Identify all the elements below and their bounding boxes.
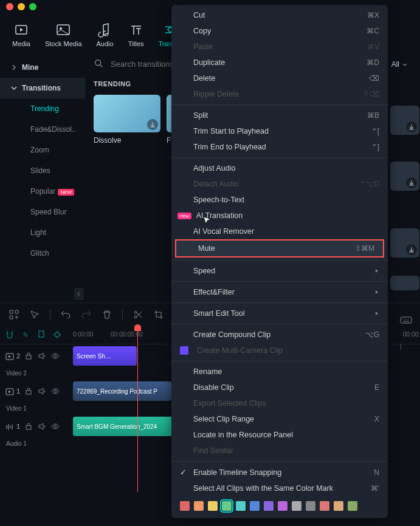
tab-audio[interactable]: Audio <box>97 22 114 47</box>
color-swatch[interactable] <box>278 501 287 511</box>
color-swatch[interactable] <box>320 501 329 511</box>
lock-icon[interactable] <box>24 386 33 396</box>
menu-rename[interactable]: Rename <box>171 364 388 380</box>
menu-speed[interactable]: Speed <box>171 263 388 279</box>
menu-mute[interactable]: Mute⇧⌘M <box>176 241 383 256</box>
tab-media[interactable]: Media <box>12 22 30 47</box>
color-swatch[interactable] <box>194 501 204 511</box>
download-icon[interactable] <box>406 121 417 132</box>
lock-icon[interactable] <box>24 422 33 431</box>
color-swatch[interactable] <box>250 501 260 511</box>
marker-icon[interactable] <box>36 330 46 340</box>
sidebar-transitions[interactable]: Transitions <box>0 78 85 98</box>
media-icon <box>13 22 29 38</box>
svg-rect-1 <box>57 25 69 35</box>
sidebar-item-trending[interactable]: Trending <box>0 98 85 119</box>
color-swatch[interactable] <box>348 501 357 511</box>
menu-label: Locate in the Resource Panel <box>193 431 293 439</box>
tab-stock-media[interactable]: Stock Media <box>45 22 82 47</box>
menu-label: Split <box>193 111 208 120</box>
chevron-down-icon <box>402 61 408 67</box>
minimize-dot[interactable] <box>18 3 25 10</box>
color-swatch[interactable] <box>236 501 246 511</box>
delete-icon[interactable] <box>102 309 112 320</box>
shortcut: N <box>374 468 379 477</box>
search-icon[interactable] <box>94 58 105 69</box>
maximize-dot[interactable] <box>29 3 36 10</box>
mute-icon[interactable] <box>37 351 47 361</box>
add-icon[interactable] <box>9 309 19 320</box>
magnet-icon[interactable] <box>5 330 15 340</box>
menu-speech-to-text[interactable]: Speech-to-Text <box>171 192 388 208</box>
stock-media-icon <box>55 22 71 38</box>
menu-duplicate[interactable]: Duplicate⌘D <box>171 55 388 70</box>
mute-icon[interactable] <box>37 422 47 431</box>
menu-effect-filter[interactable]: Effect&Filter <box>171 284 388 300</box>
shortcut: ⌘C <box>367 27 379 35</box>
eye-icon[interactable] <box>50 422 60 431</box>
chevron-left-icon <box>77 292 81 296</box>
download-icon[interactable] <box>406 244 417 255</box>
clip[interactable]: 722869_Recording Podcast P <box>73 381 171 401</box>
color-swatch[interactable] <box>180 501 190 511</box>
titles-icon <box>128 22 144 38</box>
sidebar-item-light[interactable]: Light <box>0 222 85 243</box>
color-swatch[interactable] <box>292 501 301 511</box>
eye-icon[interactable] <box>50 351 60 361</box>
color-swatch[interactable] <box>306 501 315 511</box>
all-dropdown[interactable]: All <box>391 60 408 69</box>
collapse-sidebar-button[interactable] <box>74 288 84 300</box>
menu-locate-in-the-resource-panel[interactable]: Locate in the Resource Panel <box>171 427 388 443</box>
menu-delete[interactable]: Delete⌫ <box>171 70 388 86</box>
tab-titles[interactable]: Titles <box>128 22 144 47</box>
sidebar-item-popular[interactable]: PopularNEW <box>0 181 85 202</box>
crop-icon[interactable] <box>153 309 164 320</box>
color-swatch[interactable] <box>208 501 218 511</box>
pointer-icon[interactable] <box>29 309 40 320</box>
playhead[interactable] <box>137 328 138 492</box>
menu-label: Create Multi-Camera Clip <box>197 346 283 355</box>
sidebar-item-speedblur[interactable]: Speed Blur <box>0 202 85 222</box>
lock-icon[interactable] <box>24 351 33 361</box>
download-icon[interactable] <box>147 119 158 130</box>
download-icon[interactable] <box>406 177 417 188</box>
menu-trim-end-to-playhead[interactable]: Trim End to Playhead⌃] <box>171 139 388 155</box>
sidebar-mine[interactable]: Mine <box>0 57 85 78</box>
menu-ai-vocal-remover[interactable]: AI Vocal Remover <box>171 224 388 239</box>
menu-cut[interactable]: Cut⌘X <box>171 7 388 23</box>
bug-icon[interactable] <box>52 330 62 340</box>
menu-label: Copy <box>193 27 211 35</box>
color-swatch[interactable] <box>264 501 274 511</box>
menu-label: Cut <box>193 11 205 19</box>
svg-rect-18 <box>401 317 411 323</box>
menu-create-compound-clip[interactable]: Create Compound Clip⌥G <box>171 327 388 343</box>
mute-icon[interactable] <box>37 386 47 396</box>
menu-select-clip-range[interactable]: Select Clip RangeX <box>171 411 388 427</box>
menu-enable-timeline-snapping[interactable]: ✓Enable Timeline SnappingN <box>171 464 388 480</box>
keyboard-icon[interactable] <box>399 313 413 327</box>
eye-icon[interactable] <box>50 386 60 396</box>
menu-split[interactable]: Split⌘B <box>171 108 388 123</box>
link-icon[interactable] <box>21 330 30 340</box>
shortcut: ⌃] <box>371 143 379 151</box>
transition-thumb[interactable]: Dissolve <box>94 95 160 145</box>
sidebar-item-glitch[interactable]: Glitch <box>0 243 85 264</box>
menu-trim-start-to-playhead[interactable]: Trim Start to Playhead⌃[ <box>171 123 388 139</box>
clip[interactable]: Screen Sh… <box>73 346 137 366</box>
menu-select-all-clips-with-the-same-color-mark[interactable]: Select All Clips with the Same Color Mar… <box>171 480 388 496</box>
menu-adjust-audio[interactable]: Adjust Audio <box>171 160 388 176</box>
menu-smart-edit-tool[interactable]: Smart Edit Tool <box>171 306 388 321</box>
sidebar-item-slides[interactable]: Slides <box>0 160 85 181</box>
shortcut: X <box>374 415 379 423</box>
close-dot[interactable] <box>6 3 13 10</box>
sidebar-transitions-label: Transitions <box>22 84 61 92</box>
sidebar-item-fadedissol[interactable]: Fade&Dissol.. <box>0 119 85 140</box>
sidebar-item-zoom[interactable]: Zoom <box>0 140 85 160</box>
color-swatch[interactable] <box>222 501 232 511</box>
color-swatch[interactable] <box>334 501 343 511</box>
split-icon[interactable] <box>133 309 143 320</box>
menu-disable-clip[interactable]: Disable ClipE <box>171 380 388 395</box>
redo-icon[interactable] <box>81 309 92 320</box>
undo-icon[interactable] <box>60 309 71 320</box>
menu-copy[interactable]: Copy⌘C <box>171 23 388 39</box>
